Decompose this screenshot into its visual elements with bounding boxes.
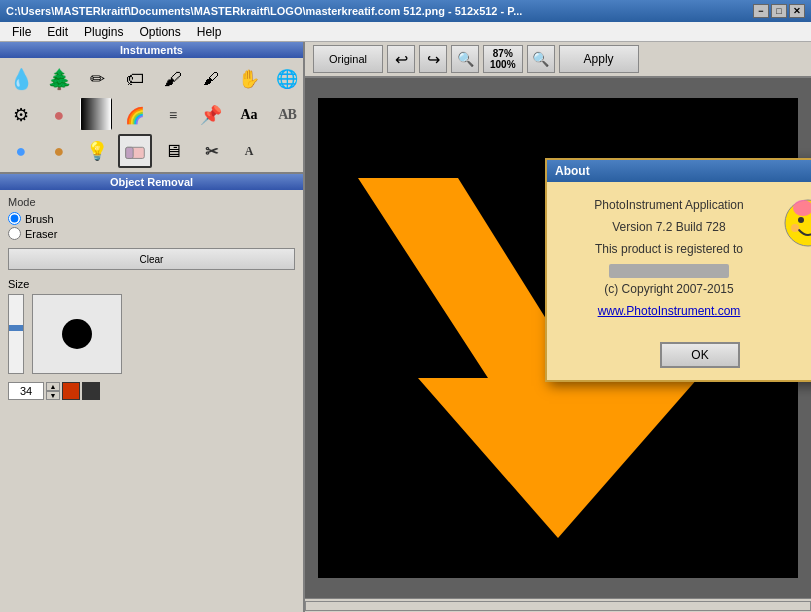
- instrument-bulb[interactable]: 💡: [80, 134, 114, 168]
- background-color[interactable]: [82, 382, 100, 400]
- instrument-shape[interactable]: AB: [270, 98, 304, 132]
- registered-text: This product is registered to: [567, 242, 771, 256]
- instruments-title: Instruments: [0, 42, 303, 58]
- close-button[interactable]: ✕: [789, 4, 805, 18]
- version-text: Version 7.2 Build 728: [567, 220, 771, 234]
- copyright-text: (c) Copyright 2007-2015: [567, 282, 771, 296]
- object-removal-title: Object Removal: [0, 174, 303, 190]
- app-name: PhotoInstrument Application: [567, 198, 771, 212]
- instruments-grid: 💧 🌲 ✏ 🏷 🖌 🖌 ✋ 🌐 ⚙ ● 🌈 ≡ 📌 Aa AB ● ●: [0, 58, 303, 172]
- undo-icon: ↩: [395, 50, 408, 69]
- instrument-globe[interactable]: 🌐: [270, 62, 304, 96]
- dialog-title-bar: About ✕: [547, 160, 811, 182]
- size-input[interactable]: 34: [8, 382, 44, 400]
- instrument-monitor[interactable]: 🖥: [156, 134, 190, 168]
- menu-file[interactable]: File: [4, 23, 39, 41]
- window-title: C:\Users\MASTERkraitf\Documents\MASTERkr…: [6, 5, 522, 17]
- instrument-stamp[interactable]: 🏷: [118, 62, 152, 96]
- size-down-arrow[interactable]: ▼: [46, 391, 60, 400]
- instruments-panel: Instruments 💧 🌲 ✏ 🏷 🖌 🖌 ✋ 🌐 ⚙ ● 🌈 ≡ 📌 Aa: [0, 42, 303, 174]
- main-layout: Instruments 💧 🌲 ✏ 🏷 🖌 🖌 ✋ 🌐 ⚙ ● 🌈 ≡ 📌 Aa: [0, 42, 811, 612]
- instrument-brush[interactable]: 🖌: [194, 62, 228, 96]
- instrument-dropper[interactable]: 💧: [4, 62, 38, 96]
- instrument-text[interactable]: Aa: [232, 98, 266, 132]
- size-up-arrow[interactable]: ▲: [46, 382, 60, 391]
- svg-point-7: [791, 224, 799, 232]
- eraser-radio-row: Eraser: [8, 227, 295, 240]
- maximize-button[interactable]: □: [771, 4, 787, 18]
- zoom-display: 87% 100%: [483, 45, 523, 73]
- scrollbar-track[interactable]: [305, 601, 811, 611]
- horizontal-scrollbar[interactable]: [305, 598, 811, 612]
- menu-bar: File Edit Plugins Options Help: [0, 22, 811, 42]
- apply-button[interactable]: Apply: [559, 45, 639, 73]
- svg-rect-1: [126, 147, 133, 158]
- eraser-radio-label: Eraser: [25, 228, 57, 240]
- foreground-color[interactable]: [62, 382, 80, 400]
- instrument-eraser[interactable]: [118, 134, 152, 168]
- menu-options[interactable]: Options: [131, 23, 188, 41]
- undo-button[interactable]: ↩: [387, 45, 415, 73]
- minimize-button[interactable]: −: [753, 4, 769, 18]
- instrument-extra[interactable]: A: [232, 134, 266, 168]
- instrument-blob2[interactable]: ●: [42, 134, 76, 168]
- brush-radio[interactable]: [8, 212, 21, 225]
- dialog-overlay: About ✕ PhotoInstrument Application Vers…: [305, 78, 811, 598]
- smiley-icon: [783, 198, 811, 248]
- instrument-tree[interactable]: 🌲: [42, 62, 76, 96]
- instrument-pencil[interactable]: ✏: [80, 62, 114, 96]
- menu-plugins[interactable]: Plugins: [76, 23, 131, 41]
- size-section: Size: [0, 274, 303, 378]
- website-link[interactable]: www.PhotoInstrument.com: [567, 304, 771, 318]
- instrument-tube[interactable]: 🖌: [156, 62, 190, 96]
- instrument-gear[interactable]: ⚙: [4, 98, 38, 132]
- instrument-blob1[interactable]: ●: [4, 134, 38, 168]
- window-controls: − □ ✕: [753, 4, 805, 18]
- redo-button[interactable]: ↪: [419, 45, 447, 73]
- dialog-title: About: [555, 164, 590, 178]
- brush-radio-row: Brush: [8, 212, 295, 225]
- object-removal-panel: Object Removal Mode Brush Eraser Clear S…: [0, 174, 303, 612]
- instrument-gradient[interactable]: [80, 98, 112, 130]
- svg-point-5: [798, 217, 804, 223]
- dialog-footer: OK: [547, 334, 811, 380]
- registered-name-blurred: [609, 264, 729, 278]
- menu-edit[interactable]: Edit: [39, 23, 76, 41]
- mode-section: Mode Brush Eraser: [0, 190, 303, 248]
- instrument-circle[interactable]: ●: [42, 98, 76, 132]
- original-button[interactable]: Original: [313, 45, 383, 73]
- about-dialog: About ✕ PhotoInstrument Application Vers…: [545, 158, 811, 382]
- zoom-100: 100%: [490, 59, 516, 70]
- size-slider-thumb[interactable]: [9, 325, 23, 331]
- eraser-radio[interactable]: [8, 227, 21, 240]
- size-content: [8, 294, 295, 374]
- brush-preview: [32, 294, 122, 374]
- canvas-area[interactable]: About ✕ PhotoInstrument Application Vers…: [305, 78, 811, 598]
- menu-help[interactable]: Help: [189, 23, 230, 41]
- brush-options: Clear: [0, 248, 303, 274]
- size-controls: 34 ▲ ▼: [0, 378, 303, 404]
- instrument-crop[interactable]: ✂: [194, 134, 228, 168]
- size-slider[interactable]: [8, 294, 24, 374]
- title-bar: C:\Users\MASTERkraitf\Documents\MASTERkr…: [0, 0, 811, 22]
- instrument-hand[interactable]: ✋: [232, 62, 266, 96]
- zoom-in-button[interactable]: 🔍: [527, 45, 555, 73]
- clear-button[interactable]: Clear: [8, 248, 295, 270]
- redo-icon: ↪: [427, 50, 440, 69]
- zoom-percent: 87%: [493, 48, 513, 59]
- zoom-out-button[interactable]: 🔍: [451, 45, 479, 73]
- left-panel: Instruments 💧 🌲 ✏ 🏷 🖌 🖌 ✋ 🌐 ⚙ ● 🌈 ≡ 📌 Aa: [0, 42, 305, 612]
- right-panel: Original ↩ ↪ 🔍 87% 100% 🔍 Apply: [305, 42, 811, 612]
- instrument-lines[interactable]: ≡: [156, 98, 190, 132]
- dialog-content: PhotoInstrument Application Version 7.2 …: [547, 182, 811, 334]
- brush-radio-label: Brush: [25, 213, 54, 225]
- brush-dot: [62, 319, 92, 349]
- size-label: Size: [8, 278, 295, 290]
- dialog-text: PhotoInstrument Application Version 7.2 …: [567, 198, 771, 318]
- ok-button[interactable]: OK: [660, 342, 740, 368]
- toolbar: Original ↩ ↪ 🔍 87% 100% 🔍 Apply: [305, 42, 811, 78]
- instrument-pin[interactable]: 📌: [194, 98, 228, 132]
- mode-label: Mode: [8, 196, 295, 208]
- size-arrows: ▲ ▼: [46, 382, 60, 400]
- instrument-colors[interactable]: 🌈: [118, 98, 152, 132]
